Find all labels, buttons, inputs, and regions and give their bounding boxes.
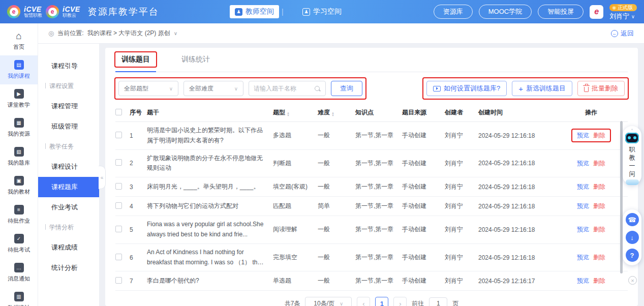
- query-button[interactable]: 查询: [331, 81, 362, 96]
- next-page-button[interactable]: ›: [393, 297, 407, 306]
- row-checkbox[interactable]: [115, 226, 122, 232]
- sidebar-item[interactable]: ▤ 我的课程: [0, 55, 38, 84]
- sidebar-item[interactable]: ▶ 课堂教学: [0, 84, 38, 113]
- panel-tab[interactable]: 训练题目: [115, 52, 156, 72]
- goto-page-input[interactable]: [429, 297, 447, 306]
- header-quick-link[interactable]: 资源库: [434, 5, 473, 19]
- panel-tab[interactable]: 训练统计: [175, 52, 216, 72]
- video-icon: [433, 86, 441, 91]
- customer-service-icon[interactable]: ☎: [626, 213, 639, 226]
- header-nav-item[interactable]: ♟ 学习空间: [297, 5, 347, 18]
- cloud-decoration: [626, 179, 639, 185]
- header-nav-label: 教师空间: [246, 7, 274, 16]
- row-checkbox[interactable]: [115, 159, 122, 166]
- sidebar-item[interactable]: ▥ 数据统计: [0, 287, 38, 306]
- search-icon[interactable]: [314, 85, 321, 92]
- sidebar-item[interactable]: ≡ 待批作业: [0, 200, 38, 229]
- prev-page-button[interactable]: ‹: [357, 297, 370, 306]
- submenu-item[interactable]: 课程题库: [38, 177, 99, 197]
- preview-link[interactable]: 预览: [577, 160, 589, 167]
- delete-link[interactable]: 删除: [593, 132, 605, 139]
- row-checkbox[interactable]: [115, 277, 122, 284]
- question-type: 判断题: [273, 159, 318, 168]
- submenu-item[interactable]: 课程引导: [38, 56, 99, 76]
- row-checkbox[interactable]: [115, 132, 122, 138]
- collapse-sidebar-button[interactable]: «: [99, 166, 106, 189]
- submenu-item[interactable]: 班级管理: [38, 116, 99, 137]
- row-index: 5: [130, 226, 147, 233]
- header-quick-link[interactable]: MOOC学院: [479, 5, 532, 19]
- row-checkbox[interactable]: [115, 254, 122, 260]
- user-avatar[interactable]: e: [590, 5, 603, 19]
- chevron-down-icon: ∨: [234, 86, 238, 91]
- brand-name-2: iCVE: [63, 6, 80, 13]
- row-checkbox[interactable]: [115, 202, 122, 209]
- row-checkbox[interactable]: [115, 183, 122, 190]
- app-title: 资源库教学平台: [88, 6, 159, 18]
- page-size-select[interactable]: 10条/页 ∨: [305, 297, 352, 306]
- row-index: 1: [130, 132, 147, 139]
- delete-link[interactable]: 删除: [593, 202, 605, 209]
- actions-group: 如何设置训练题库? + 新选训练题目 批量删除: [423, 78, 628, 99]
- submenu-item[interactable]: 统计分析: [38, 258, 99, 278]
- add-training-questions-button[interactable]: + 新选训练题目: [512, 81, 572, 96]
- header-right-cluster: 资源库 MOOC学院 智能投屏 e ◉正式版 刘肖宁 ∨: [434, 4, 637, 19]
- question-source: 手动创建: [402, 202, 445, 210]
- question-difficulty: 一般: [318, 182, 355, 191]
- user-menu[interactable]: 刘肖宁 ∨: [609, 13, 635, 19]
- submenu-item[interactable]: 学情分析: [38, 218, 99, 237]
- preview-link[interactable]: 预览: [577, 132, 589, 139]
- sidebar-item[interactable]: … 消息通知: [0, 258, 38, 287]
- resource-library-teaching-platform: { "header": { "brand": {"name1": "iCVE",…: [0, 0, 644, 306]
- sidebar-item[interactable]: ✓ 待批考试: [0, 229, 38, 258]
- sidebar-item[interactable]: ▦ 我的资源: [0, 113, 38, 142]
- row-index: 4: [130, 203, 147, 210]
- preview-link[interactable]: 预览: [577, 254, 589, 261]
- sidebar-item[interactable]: ⌂ 首页: [0, 26, 38, 55]
- creator: 刘肖宁: [445, 202, 478, 210]
- select-all-checkbox[interactable]: [115, 109, 122, 115]
- header-quick-link[interactable]: 智能投屏: [538, 5, 584, 19]
- ai-assistant-widget[interactable]: * 职教一问: [623, 126, 641, 185]
- breadcrumb-trail[interactable]: 我的课程 > 大学语文 (2P) 原创: [87, 29, 170, 38]
- sidebar-item[interactable]: ▧ 我的题库: [0, 142, 38, 171]
- stem-search-input[interactable]: [254, 85, 311, 92]
- delete-link[interactable]: 删除: [593, 226, 605, 233]
- page-number-1[interactable]: 1: [375, 297, 388, 306]
- header-nav-label: 学习空间: [313, 7, 342, 16]
- submenu-item[interactable]: 教学任务: [38, 137, 99, 157]
- col-created-time: 创建时间: [478, 108, 559, 117]
- cloud-download-icon[interactable]: ↓: [626, 231, 639, 244]
- question-bank-panel: 训练题目 训练统计 全部题型 ∨: [105, 48, 638, 306]
- sort-icon[interactable]: ▲▼: [331, 112, 334, 117]
- question-source: 手动创建: [402, 253, 445, 262]
- preview-link[interactable]: 预览: [577, 202, 589, 209]
- submenu-item[interactable]: 课程设计: [38, 157, 99, 177]
- preview-link[interactable]: 预览: [577, 226, 589, 233]
- preview-link[interactable]: 预览: [577, 277, 589, 284]
- chevron-down-icon[interactable]: ∨: [174, 30, 177, 36]
- robot-icon: [625, 133, 639, 143]
- submenu-item[interactable]: 作业考试: [38, 197, 99, 218]
- setup-guide-button[interactable]: 如何设置训练题库?: [426, 81, 507, 96]
- preview-link[interactable]: 预览: [577, 183, 589, 190]
- submenu-item[interactable]: 课程设置: [38, 76, 99, 96]
- delete-link[interactable]: 删除: [593, 254, 605, 261]
- delete-link[interactable]: 删除: [593, 183, 605, 190]
- sparkle-icon: *: [623, 128, 641, 132]
- close-floating-button[interactable]: ×: [628, 276, 637, 285]
- delete-link[interactable]: 删除: [593, 277, 605, 284]
- sidebar-item[interactable]: ▣ 我的教材: [0, 171, 38, 200]
- submenu-item[interactable]: 课程成绩: [38, 237, 99, 258]
- help-icon[interactable]: ?: [626, 249, 639, 262]
- row-index: 7: [130, 278, 147, 285]
- question-type-select[interactable]: 全部题型 ∨: [118, 81, 178, 96]
- brand-name-1: iCVE: [24, 6, 42, 13]
- difficulty-select[interactable]: 全部难度 ∨: [183, 81, 243, 96]
- sort-icon[interactable]: ▲▼: [287, 112, 290, 117]
- batch-delete-button[interactable]: 批量删除: [577, 81, 625, 96]
- header-nav-item[interactable]: ♟ 教师空间: [230, 5, 279, 18]
- submenu-item[interactable]: 课程管理: [38, 96, 99, 116]
- delete-link[interactable]: 删除: [593, 160, 605, 167]
- back-button[interactable]: ← 返回: [611, 29, 634, 38]
